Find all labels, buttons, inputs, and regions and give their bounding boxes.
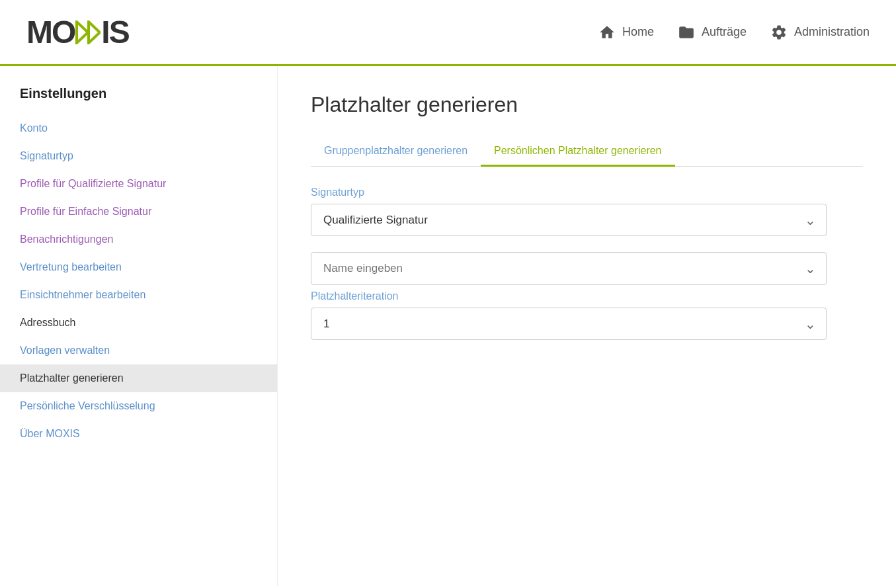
home-icon bbox=[598, 24, 616, 41]
sidebar-item-profile-qualifiziert[interactable]: Profile für Qualifizierte Signatur bbox=[0, 170, 277, 198]
sidebar-item-konto[interactable]: Konto bbox=[0, 114, 277, 142]
sidebar-item-ueber[interactable]: Über MOXIS bbox=[0, 420, 277, 448]
main-content: Platzhalter generieren Gruppenplatzhalte… bbox=[278, 66, 896, 586]
sidebar-item-platzhalter[interactable]: Platzhalter generieren bbox=[0, 364, 277, 392]
folder-icon bbox=[678, 24, 695, 41]
svg-marker-1 bbox=[89, 22, 100, 43]
name-select-wrapper: ⌄ bbox=[311, 252, 827, 285]
tab-persoenlich[interactable]: Persönlichen Platzhalter generieren bbox=[481, 137, 674, 167]
sidebar-title: Einstellungen bbox=[0, 86, 277, 114]
nav-auftraege-label: Aufträge bbox=[702, 25, 747, 39]
signaturtyp-select-wrapper: Qualifizierte Signatur Einfache Signatur… bbox=[311, 204, 827, 236]
svg-marker-0 bbox=[77, 22, 88, 43]
sidebar-item-einsichtnehmer[interactable]: Einsichtnehmer bearbeiten bbox=[0, 281, 277, 309]
gear-icon bbox=[770, 24, 788, 41]
sidebar-item-vertretung[interactable]: Vertretung bearbeiten bbox=[0, 253, 277, 281]
page-title: Platzhalter generieren bbox=[311, 93, 863, 117]
platzhalteriteration-select[interactable]: 1 2 3 4 5 bbox=[311, 308, 827, 340]
nav-auftraege[interactable]: Aufträge bbox=[678, 24, 747, 41]
sidebar-item-profile-einfach[interactable]: Profile für Einfache Signatur bbox=[0, 198, 277, 226]
tab-gruppen[interactable]: Gruppenplatzhalter generieren bbox=[311, 137, 481, 167]
main-nav: Home Aufträge Administration bbox=[598, 24, 870, 41]
platzhalteriteration-select-wrapper: 1 2 3 4 5 ⌄ bbox=[311, 308, 827, 340]
logo-text: MO IS bbox=[26, 14, 129, 50]
tabs: Gruppenplatzhalter generieren Persönlich… bbox=[311, 137, 863, 167]
sidebar-item-benachrichtigungen[interactable]: Benachrichtigungen bbox=[0, 226, 277, 253]
name-input[interactable] bbox=[311, 252, 827, 285]
nav-administration[interactable]: Administration bbox=[770, 24, 870, 41]
signaturtyp-section: Signaturtyp Qualifizierte Signatur Einfa… bbox=[311, 187, 863, 236]
nav-home[interactable]: Home bbox=[598, 24, 654, 41]
nav-administration-label: Administration bbox=[794, 25, 870, 39]
logo-arrow-icon bbox=[75, 20, 101, 45]
sidebar-item-vorlagen[interactable]: Vorlagen verwalten bbox=[0, 337, 277, 364]
sidebar-item-adressbuch[interactable]: Adressbuch bbox=[0, 309, 277, 337]
nav-home-label: Home bbox=[622, 25, 654, 39]
header: MO IS Home Auftr bbox=[0, 0, 896, 66]
layout: Einstellungen Konto Signaturtyp Profile … bbox=[0, 66, 896, 586]
sidebar-item-signaturtyp[interactable]: Signaturtyp bbox=[0, 142, 277, 170]
platzhalteriteration-label: Platzhalteriteration bbox=[311, 290, 863, 302]
signaturtyp-select[interactable]: Qualifizierte Signatur Einfache Signatur bbox=[311, 204, 827, 236]
signaturtyp-label: Signaturtyp bbox=[311, 187, 863, 198]
logo: MO IS bbox=[26, 14, 129, 50]
sidebar-item-verschluesselung[interactable]: Persönliche Verschlüsselung bbox=[0, 392, 277, 420]
sidebar: Einstellungen Konto Signaturtyp Profile … bbox=[0, 66, 278, 586]
name-section: ⌄ Platzhalteriteration 1 2 3 4 5 ⌄ bbox=[311, 252, 863, 340]
